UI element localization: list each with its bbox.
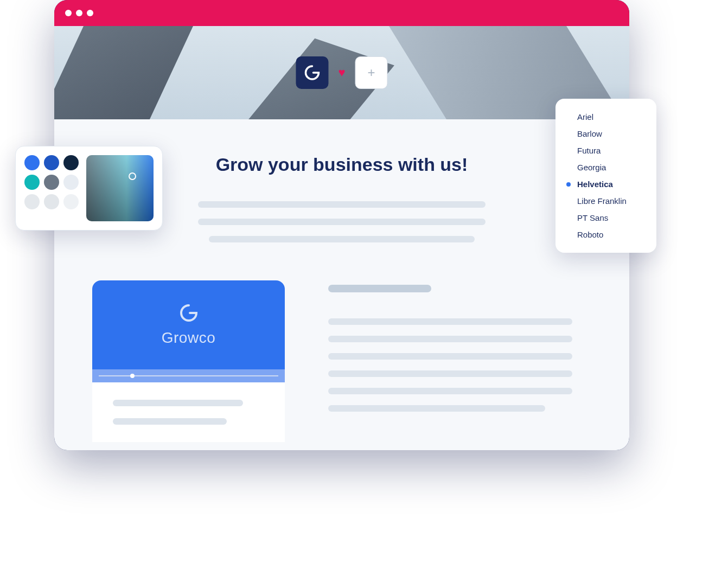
skeleton-heading: [328, 285, 431, 292]
color-swatch[interactable]: [44, 155, 59, 170]
color-gradient-field[interactable]: [86, 155, 154, 221]
color-swatch[interactable]: [44, 175, 59, 190]
card-brand-name: Growco: [162, 329, 215, 347]
window-titlebar: [54, 0, 629, 26]
color-picker-panel: [15, 146, 163, 231]
progress-track[interactable]: [92, 369, 285, 382]
window-control-minimize[interactable]: [76, 10, 82, 16]
card-body: [92, 382, 285, 442]
font-option[interactable]: Roboto: [555, 226, 656, 243]
color-swatch[interactable]: [63, 155, 79, 170]
color-swatch[interactable]: [63, 175, 79, 190]
color-swatch[interactable]: [24, 194, 40, 209]
window-control-close[interactable]: [65, 10, 72, 16]
color-swatch[interactable]: [24, 175, 40, 190]
g-logo-icon: [303, 64, 321, 81]
font-option[interactable]: Ariel: [555, 108, 656, 125]
heart-icon: ♥: [338, 66, 345, 80]
skeleton-line: [328, 336, 572, 342]
skeleton-line: [328, 353, 572, 360]
skeleton-line: [209, 236, 475, 242]
font-option-selected[interactable]: Helvetica: [555, 176, 656, 193]
skeleton-line: [328, 370, 572, 377]
color-swatch-grid: [24, 155, 79, 221]
hero-banner: ♥ +: [54, 26, 629, 119]
plus-icon: +: [368, 65, 375, 80]
color-swatch[interactable]: [24, 155, 40, 170]
text-column: [328, 280, 591, 442]
font-option[interactable]: Barlow: [555, 125, 656, 142]
text-skeleton-block: [328, 318, 591, 412]
brand-logo-tile[interactable]: [296, 56, 328, 89]
window-control-maximize[interactable]: [87, 10, 93, 16]
font-option[interactable]: Georgia: [555, 159, 656, 176]
skeleton-line: [328, 318, 572, 325]
color-swatch[interactable]: [44, 194, 59, 209]
font-dropdown-menu: Ariel Barlow Futura Georgia Helvetica Li…: [555, 99, 656, 253]
skeleton-line: [198, 201, 486, 208]
font-option[interactable]: Libre Franklin: [555, 193, 656, 209]
skeleton-line: [113, 418, 227, 425]
growco-logo-icon: [176, 303, 202, 325]
track-line: [99, 375, 278, 376]
hero-building-graphic: [54, 26, 210, 119]
skeleton-line: [328, 405, 545, 412]
two-column-layout: Growco: [92, 280, 591, 442]
skeleton-line: [113, 400, 243, 406]
brand-preview-card: Growco: [92, 280, 285, 442]
page-headline: Grow your business with us!: [92, 154, 591, 175]
card-header: Growco: [92, 280, 285, 369]
add-integration-tile[interactable]: +: [355, 56, 388, 89]
font-option[interactable]: PT Sans: [555, 209, 656, 226]
skeleton-line: [198, 219, 486, 225]
skeleton-line: [328, 388, 572, 394]
color-swatch[interactable]: [63, 194, 79, 209]
font-option[interactable]: Futura: [555, 142, 656, 159]
color-picker-indicator[interactable]: [129, 172, 136, 180]
track-thumb[interactable]: [130, 374, 135, 378]
hero-logo-pairing: ♥ +: [296, 56, 387, 89]
intro-skeleton: [92, 201, 591, 242]
